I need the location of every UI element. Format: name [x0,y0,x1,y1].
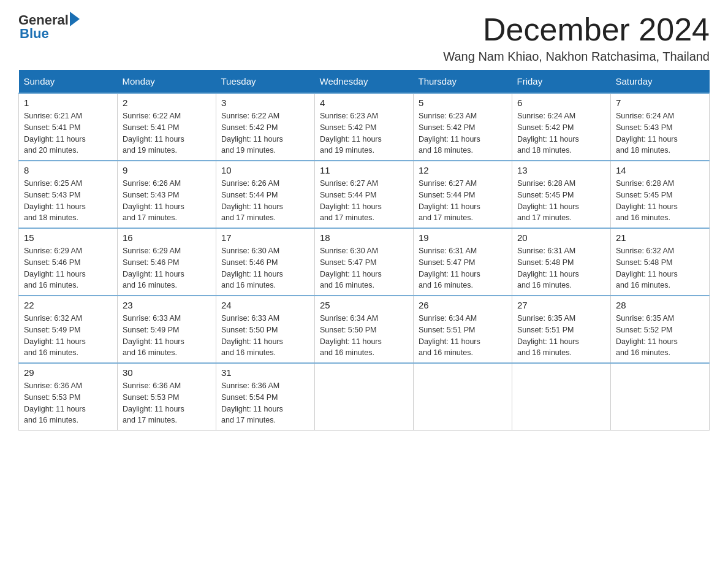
logo-arrow-icon [70,12,80,26]
day-info: Sunrise: 6:27 AMSunset: 5:44 PMDaylight:… [320,178,408,224]
day-number: 9 [123,165,211,175]
calendar-cell: 7 Sunrise: 6:24 AMSunset: 5:43 PMDayligh… [611,93,710,161]
day-info: Sunrise: 6:27 AMSunset: 5:44 PMDaylight:… [419,178,507,224]
calendar-cell: 30 Sunrise: 6:36 AMSunset: 5:53 PMDaylig… [118,363,216,431]
day-number: 24 [221,300,309,310]
calendar-cell: 8 Sunrise: 6:25 AMSunset: 5:43 PMDayligh… [19,161,118,228]
calendar-week-row: 29 Sunrise: 6:36 AMSunset: 5:53 PMDaylig… [19,363,710,431]
day-number: 30 [123,367,211,378]
calendar-cell [414,363,512,431]
day-number: 8 [24,165,112,175]
calendar-cell: 17 Sunrise: 6:30 AMSunset: 5:46 PMDaylig… [216,228,315,296]
calendar-cell: 25 Sunrise: 6:34 AMSunset: 5:50 PMDaylig… [315,296,414,363]
day-number: 13 [517,165,605,175]
day-number: 17 [221,232,309,243]
calendar-week-row: 15 Sunrise: 6:29 AMSunset: 5:46 PMDaylig… [19,228,710,296]
day-number: 10 [221,165,309,175]
calendar-cell: 9 Sunrise: 6:26 AMSunset: 5:43 PMDayligh… [118,161,216,228]
day-info: Sunrise: 6:31 AMSunset: 5:48 PMDaylight:… [517,245,605,291]
day-number: 29 [24,367,112,378]
day-number: 6 [517,98,605,108]
calendar-cell: 2 Sunrise: 6:22 AMSunset: 5:41 PMDayligh… [118,93,216,161]
logo: General Blue [18,12,80,42]
day-number: 4 [320,98,408,108]
day-info: Sunrise: 6:30 AMSunset: 5:47 PMDaylight:… [320,245,408,291]
logo-text-blue: Blue [20,26,80,42]
day-info: Sunrise: 6:21 AMSunset: 5:41 PMDaylight:… [24,110,112,156]
day-info: Sunrise: 6:28 AMSunset: 5:45 PMDaylight:… [517,178,605,224]
day-number: 26 [419,300,507,310]
calendar-cell: 23 Sunrise: 6:33 AMSunset: 5:49 PMDaylig… [118,296,216,363]
calendar-cell [315,363,414,431]
calendar-header-row: SundayMondayTuesdayWednesdayThursdayFrid… [19,70,710,93]
day-number: 22 [24,300,112,310]
calendar-cell: 4 Sunrise: 6:23 AMSunset: 5:42 PMDayligh… [315,93,414,161]
day-number: 5 [419,98,507,108]
calendar-header-saturday: Saturday [611,70,710,93]
calendar-cell: 14 Sunrise: 6:28 AMSunset: 5:45 PMDaylig… [611,161,710,228]
calendar-cell [611,363,710,431]
calendar-cell [512,363,611,431]
calendar-week-row: 22 Sunrise: 6:32 AMSunset: 5:49 PMDaylig… [19,296,710,363]
calendar-cell: 27 Sunrise: 6:35 AMSunset: 5:51 PMDaylig… [512,296,611,363]
day-info: Sunrise: 6:23 AMSunset: 5:42 PMDaylight:… [320,110,408,156]
day-info: Sunrise: 6:29 AMSunset: 5:46 PMDaylight:… [24,245,112,291]
calendar-cell: 12 Sunrise: 6:27 AMSunset: 5:44 PMDaylig… [414,161,512,228]
day-info: Sunrise: 6:24 AMSunset: 5:43 PMDaylight:… [616,110,704,156]
day-info: Sunrise: 6:28 AMSunset: 5:45 PMDaylight:… [616,178,704,224]
day-info: Sunrise: 6:23 AMSunset: 5:42 PMDaylight:… [419,110,507,156]
day-info: Sunrise: 6:36 AMSunset: 5:53 PMDaylight:… [24,380,112,426]
location-subtitle: Wang Nam Khiao, Nakhon Ratchasima, Thail… [443,50,710,64]
day-number: 18 [320,232,408,243]
day-number: 27 [517,300,605,310]
calendar-cell: 1 Sunrise: 6:21 AMSunset: 5:41 PMDayligh… [19,93,118,161]
day-number: 1 [24,98,112,108]
day-number: 2 [123,98,211,108]
day-number: 20 [517,232,605,243]
day-number: 21 [616,232,704,243]
day-info: Sunrise: 6:34 AMSunset: 5:50 PMDaylight:… [320,313,408,359]
calendar-header-tuesday: Tuesday [216,70,315,93]
day-info: Sunrise: 6:33 AMSunset: 5:50 PMDaylight:… [221,313,309,359]
calendar-week-row: 1 Sunrise: 6:21 AMSunset: 5:41 PMDayligh… [19,93,710,161]
day-info: Sunrise: 6:30 AMSunset: 5:46 PMDaylight:… [221,245,309,291]
calendar-cell: 18 Sunrise: 6:30 AMSunset: 5:47 PMDaylig… [315,228,414,296]
calendar-cell: 11 Sunrise: 6:27 AMSunset: 5:44 PMDaylig… [315,161,414,228]
day-info: Sunrise: 6:22 AMSunset: 5:41 PMDaylight:… [123,110,211,156]
day-info: Sunrise: 6:31 AMSunset: 5:47 PMDaylight:… [419,245,507,291]
day-number: 16 [123,232,211,243]
day-number: 7 [616,98,704,108]
calendar-cell: 26 Sunrise: 6:34 AMSunset: 5:51 PMDaylig… [414,296,512,363]
month-year-title: December 2024 [443,12,710,47]
calendar-cell: 21 Sunrise: 6:32 AMSunset: 5:48 PMDaylig… [611,228,710,296]
calendar-table: SundayMondayTuesdayWednesdayThursdayFrid… [18,70,710,431]
day-info: Sunrise: 6:34 AMSunset: 5:51 PMDaylight:… [419,313,507,359]
calendar-cell: 3 Sunrise: 6:22 AMSunset: 5:42 PMDayligh… [216,93,315,161]
calendar-cell: 19 Sunrise: 6:31 AMSunset: 5:47 PMDaylig… [414,228,512,296]
day-info: Sunrise: 6:35 AMSunset: 5:51 PMDaylight:… [517,313,605,359]
day-number: 28 [616,300,704,310]
day-number: 14 [616,165,704,175]
calendar-cell: 6 Sunrise: 6:24 AMSunset: 5:42 PMDayligh… [512,93,611,161]
calendar-header-monday: Monday [118,70,216,93]
calendar-cell: 22 Sunrise: 6:32 AMSunset: 5:49 PMDaylig… [19,296,118,363]
calendar-cell: 5 Sunrise: 6:23 AMSunset: 5:42 PMDayligh… [414,93,512,161]
calendar-week-row: 8 Sunrise: 6:25 AMSunset: 5:43 PMDayligh… [19,161,710,228]
day-info: Sunrise: 6:36 AMSunset: 5:54 PMDaylight:… [221,380,309,426]
calendar-cell: 20 Sunrise: 6:31 AMSunset: 5:48 PMDaylig… [512,228,611,296]
day-info: Sunrise: 6:26 AMSunset: 5:43 PMDaylight:… [123,178,211,224]
day-number: 19 [419,232,507,243]
day-number: 31 [221,367,309,378]
day-number: 25 [320,300,408,310]
day-number: 12 [419,165,507,175]
calendar-header-wednesday: Wednesday [315,70,414,93]
title-section: December 2024 Wang Nam Khiao, Nakhon Rat… [443,12,710,64]
calendar-cell: 10 Sunrise: 6:26 AMSunset: 5:44 PMDaylig… [216,161,315,228]
calendar-header-thursday: Thursday [414,70,512,93]
day-info: Sunrise: 6:22 AMSunset: 5:42 PMDaylight:… [221,110,309,156]
day-info: Sunrise: 6:26 AMSunset: 5:44 PMDaylight:… [221,178,309,224]
page-header: General Blue December 2024 Wang Nam Khia… [18,12,710,64]
calendar-cell: 16 Sunrise: 6:29 AMSunset: 5:46 PMDaylig… [118,228,216,296]
calendar-header-sunday: Sunday [19,70,118,93]
day-info: Sunrise: 6:24 AMSunset: 5:42 PMDaylight:… [517,110,605,156]
